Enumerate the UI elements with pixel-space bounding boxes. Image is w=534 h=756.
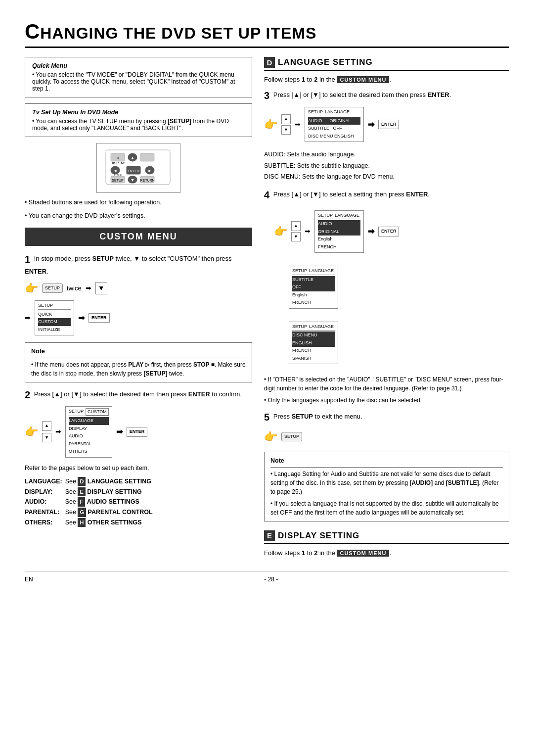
hand-icon-5: 👉	[264, 428, 277, 445]
arrow-step1: ➡	[25, 313, 31, 323]
note-box-1: Note • If the menu does not appear, pres…	[25, 342, 252, 382]
enter-arrow-2: ➡	[116, 426, 123, 438]
enter-box-2: ENTER	[127, 427, 148, 437]
hand-icon-1: 👉	[25, 280, 38, 296]
svg-text:DISPLAY: DISPLAY	[110, 161, 125, 165]
audio-desc: AUDIO: Sets the audio language.	[264, 149, 509, 160]
step-3-num: 3	[264, 90, 269, 101]
section-e-follow: Follow steps 1 to 2 in the CUSTOM MENU.	[264, 549, 509, 557]
settings-item-lang: LANGUAGE: See D LANGUAGE SETTING	[25, 476, 156, 487]
step-2: 2 Press [▲] or [▼] to select the desired…	[25, 387, 252, 458]
other-note: • If "OTHER" is selected on the "AUDIO",…	[264, 375, 509, 393]
svg-text:ENTER: ENTER	[128, 169, 139, 173]
section-e-title: DISPLAY SETTING	[278, 531, 359, 541]
step2-row-audio: AUDIO	[69, 432, 109, 440]
step5-diagram: 👉 SETUP	[264, 428, 509, 445]
step4-screen-subtitle: SETUPLANGUAGE SUBTITLE OFF English FRENC…	[289, 266, 338, 309]
arrow-step3: ➡	[295, 119, 301, 130]
custom-menu-header: CUSTOM MENU	[25, 228, 252, 246]
footer-center: - 28 -	[264, 576, 278, 583]
tv-setup-text: • You can access the TV SETUP menu by pr…	[32, 118, 245, 132]
note-title-1: Note	[31, 347, 246, 358]
bullet-shaded: Shaded buttons are used for following op…	[25, 198, 252, 207]
tv-setup-title: Tv Set Up Menu In DVD Mode	[32, 109, 245, 116]
refer-text: Refer to the pages below to set up each …	[25, 465, 252, 472]
step3-row-disc: DISC MENU ENGLISH	[308, 133, 360, 141]
step4-subtitle-row: SETUPLANGUAGE SUBTITLE OFF English FRENC…	[274, 266, 509, 309]
step3-row-sub: SUBTITLE OFF	[308, 125, 360, 133]
step1-diagram: 👉 SETUP twice ➡ ▼	[25, 280, 252, 296]
settings-item-audio: AUDIO: See F AUDIO SETTINGS	[25, 497, 156, 507]
subtitle-desc: SUBTITLE: Sets the subtitle language.	[264, 160, 509, 172]
tv-setup-box: Tv Set Up Menu In DVD Mode • You can acc…	[25, 103, 252, 137]
quick-menu-title: Quick Menu	[32, 62, 245, 69]
only-note: • Only the languages supported by the di…	[264, 396, 509, 405]
step-2-num: 2	[25, 389, 30, 400]
step-4: 4 Press [▲] or [▼] to select a setting t…	[264, 188, 509, 369]
step4-audio-row: 👉 ▲ ▼ ➡ SETUPLANGUAGE AUDIO ORIGINAL Eng…	[274, 210, 509, 253]
settings-list: LANGUAGE: See D LANGUAGE SETTING DISPLAY…	[25, 476, 252, 528]
step3-screen: SETUP LANGUAGE AUDIO ORIGINAL SUBTITLE O…	[305, 107, 364, 142]
step2-screen: SETUP CUSTOM LANGUAGE DISPLAY AUDIO PARE…	[65, 406, 112, 458]
step-3: 3 Press [▲] or [▼] to select the desired…	[264, 88, 509, 142]
section-d-title: LANGUAGE SETTING	[278, 57, 373, 67]
step4-disc-row: SETUPLANGUAGE DISC MENU ENGLISH FRENCH S…	[274, 322, 509, 365]
note-title-2: Note	[270, 456, 503, 468]
hand-icon-2: 👉	[25, 424, 38, 440]
settings-item-display: DISPLAY: See E DISPLAY SETTING	[25, 487, 156, 497]
section-e-header: E DISPLAY SETTING	[264, 530, 509, 544]
down-arrow-1: ▼	[95, 282, 107, 294]
svg-rect-5	[140, 153, 154, 161]
settings-item-others: OTHERS: See H OTHER SETTINGS	[25, 518, 156, 528]
note2-content: • Language Setting for Audio and Subtitl…	[270, 470, 503, 517]
step4-screen-audio: SETUPLANGUAGE AUDIO ORIGINAL English FRE…	[314, 210, 364, 253]
enter-arrow-1: ➡	[78, 312, 85, 324]
step-5-num: 5	[264, 412, 269, 423]
svg-text:II: II	[117, 156, 119, 160]
step1-row-custom: CUSTOM	[38, 318, 71, 326]
step1-screen-diagram: ➡ SETUP QUICK CUSTOM INITIALIZE ➡ ENTER	[25, 300, 252, 335]
svg-text:▲: ▲	[131, 155, 135, 160]
right-column: D LANGUAGE SETTING Follow steps 1 to 2 i…	[264, 57, 509, 557]
note-content-1: • If the menu does not appear, press PLA…	[31, 360, 246, 378]
left-column: Quick Menu • You can select the "TV MODE…	[25, 57, 252, 557]
enter-box-3: ENTER	[378, 120, 400, 130]
step4-screens: 👉 ▲ ▼ ➡ SETUPLANGUAGE AUDIO ORIGINAL Eng…	[274, 206, 509, 369]
step3-row-audio: AUDIO ORIGINAL	[308, 117, 360, 125]
step2-screen-diagram: 👉 ▲ ▼ ➡ SETUP CUSTOM LANGUAGE DISPLAY AU…	[25, 406, 252, 458]
step-1: 1 In stop mode, press SETUP twice, ▼ to …	[25, 252, 252, 336]
settings-item-parental: PARENTAL: See G PARENTAL CONTROL	[25, 507, 156, 518]
step2-row-disp: DISPLAY	[69, 425, 109, 433]
arrow-step2: ➡	[55, 426, 61, 437]
step1-row-quick: QUICK	[38, 311, 71, 319]
svg-text:SETUP: SETUP	[112, 179, 124, 182]
note-box-2: Note • Language Setting for Audio and Su…	[264, 452, 509, 521]
step2-row-lang: LANGUAGE	[69, 417, 109, 425]
disc-desc: DISC MENU: Sets the language for DVD men…	[264, 171, 509, 183]
step4-notes: • If "OTHER" is selected on the "AUDIO",…	[264, 375, 509, 405]
setup-btn-5: SETUP	[281, 432, 302, 442]
section-d-letter: D	[264, 57, 275, 68]
svg-text:◄: ◄	[113, 168, 118, 173]
lang-descriptions: AUDIO: Sets the audio language. SUBTITLE…	[264, 149, 509, 183]
enter-arrow-3: ➡	[368, 119, 374, 131]
note2-bullet1: • Language Setting for Audio and Subtitl…	[270, 470, 503, 496]
svg-text:▼: ▼	[131, 178, 135, 183]
step2-screen-title: SETUP CUSTOM	[69, 408, 109, 417]
step2-row-par: PARENTAL	[69, 440, 109, 448]
section-d-header: D LANGUAGE SETTING	[264, 57, 509, 71]
page-title: CHANGING THE DVD SET UP ITEMS	[25, 20, 509, 48]
step1-row-init: INITIALIZE	[38, 326, 71, 334]
step1-screen: SETUP QUICK CUSTOM INITIALIZE	[35, 300, 74, 335]
hand-icon-3: 👉	[264, 116, 277, 133]
setup-btn-1: SETUP	[42, 284, 63, 293]
custom-menu-badge-e: CUSTOM MENU	[337, 550, 389, 557]
step-4-num: 4	[264, 189, 269, 200]
svg-text:TITLE: TITLE	[114, 174, 122, 177]
remote-svg: II ▲ DISPLAY ◄ ENTER ►	[101, 147, 175, 187]
svg-text:RETURN: RETURN	[140, 179, 154, 182]
hand-icon-4a: 👉	[274, 223, 287, 239]
bullet-change: You can change the DVD player's settings…	[25, 211, 252, 221]
custom-menu-badge-d: CUSTOM MENU	[337, 76, 389, 83]
note2-bullet2: • If you select a language that is not s…	[270, 499, 503, 517]
